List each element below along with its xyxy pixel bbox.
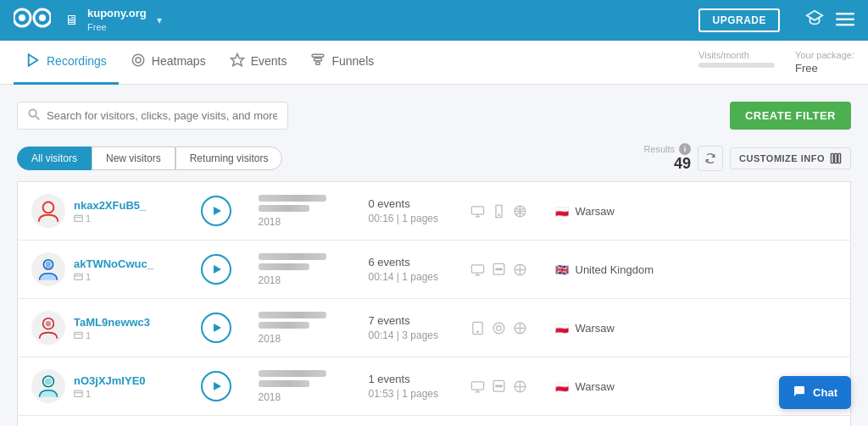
- customize-info-label: CUSTOMIZE INFO: [739, 153, 825, 163]
- location-cell: 🇵🇱 Warsaw: [542, 182, 851, 241]
- svg-marker-51: [214, 382, 221, 390]
- chat-label: Chat: [813, 386, 837, 399]
- visitor-name[interactable]: nkax2XFuB5_: [74, 199, 146, 212]
- svg-point-20: [43, 202, 54, 213]
- visits-info: Visits/month Your package: Free: [698, 50, 854, 75]
- recordings-label: Recordings: [47, 54, 107, 68]
- results-label: Results: [643, 144, 675, 154]
- avatar: [31, 369, 65, 403]
- table-row: adn_O0yaswEh 1: [18, 416, 851, 427]
- svg-point-40: [46, 321, 51, 326]
- events-cell: 7 events 00:14 | 3 pages: [355, 299, 457, 357]
- svg-point-49: [45, 378, 52, 385]
- date-cell: 2018: [245, 416, 355, 427]
- svg-rect-17: [831, 153, 833, 163]
- svg-point-10: [136, 58, 141, 63]
- tab-funnels[interactable]: Funnels: [298, 41, 386, 85]
- svg-point-26: [498, 214, 498, 215]
- svg-marker-42: [214, 324, 221, 332]
- device-icons-cell: [457, 416, 542, 427]
- package-label: Your package:: [795, 50, 854, 60]
- tab-events[interactable]: Events: [218, 41, 299, 85]
- visitor-sub: 1: [74, 272, 153, 282]
- flag-icon: 🇵🇱: [555, 205, 569, 218]
- visitor-sub: 1: [74, 213, 146, 224]
- avatar: [31, 194, 65, 228]
- visits-bar: [698, 63, 775, 68]
- visits-label: Visits/month: [698, 50, 775, 60]
- heatmaps-icon: [131, 53, 146, 70]
- table-row: nO3jXJmIYE0 1: [18, 357, 851, 416]
- date-blur-1: [259, 312, 326, 318]
- svg-rect-13: [314, 58, 322, 60]
- date-blur-1: [259, 195, 326, 202]
- visitor-name[interactable]: akTWNoCwuc_: [74, 257, 153, 270]
- location-cell: 🇵🇱 Warsaw: [542, 299, 851, 357]
- search-input[interactable]: [47, 109, 277, 122]
- filter-row: CREATE FILTER: [17, 102, 851, 130]
- location-cell: 🇵🇱 Krakow: [542, 416, 851, 427]
- customize-info-button[interactable]: CUSTOMIZE INFO: [730, 147, 851, 169]
- flag-icon: 🇵🇱: [555, 322, 569, 335]
- content-area: CREATE FILTER All visitors New visitors …: [0, 85, 868, 426]
- chat-button[interactable]: Chat: [779, 376, 851, 409]
- visitor-sub: 1: [74, 330, 150, 340]
- avatar: [31, 311, 65, 345]
- date-blur-1: [259, 370, 326, 377]
- device-icons-cell: [457, 182, 542, 241]
- date-blur-2: [259, 322, 309, 329]
- visitor-name[interactable]: nO3jXJmIYE0: [74, 374, 146, 387]
- results-info-icon: i: [679, 143, 691, 155]
- package-value: Free: [795, 62, 854, 75]
- play-button[interactable]: [201, 371, 231, 401]
- logo-eyes: [14, 7, 51, 35]
- heatmaps-label: Heatmaps: [152, 54, 206, 68]
- device-icons-cell: [457, 299, 542, 357]
- tab-heatmaps[interactable]: Heatmaps: [119, 41, 218, 85]
- events-cell: 7 events: [355, 416, 457, 427]
- returning-visitors-button[interactable]: Returning visitors: [175, 147, 283, 170]
- svg-point-3: [39, 14, 46, 21]
- date-cell: 2018: [245, 357, 355, 416]
- svg-rect-14: [316, 62, 320, 64]
- events-cell: 1 events 01:53 | 1 pages: [355, 357, 457, 416]
- svg-point-30: [46, 261, 51, 268]
- menu-icon[interactable]: [836, 11, 854, 30]
- svg-rect-12: [313, 54, 325, 57]
- nav-tabs: Recordings Heatmaps Events Funnels: [0, 41, 868, 85]
- header: 🖥 kupony.org Free ▾ UPGRADE: [0, 0, 868, 41]
- play-button[interactable]: [201, 196, 231, 226]
- events-label: Events: [251, 54, 287, 68]
- play-button[interactable]: [201, 254, 231, 285]
- svg-rect-33: [471, 264, 483, 272]
- play-button[interactable]: [201, 313, 231, 343]
- monitor-icon: 🖥: [64, 13, 78, 28]
- visitor-sub: 1: [74, 389, 146, 399]
- recordings-table: nkax2XFuB5_ 1: [17, 181, 851, 426]
- chat-icon: [793, 385, 806, 401]
- results-right: Results i 49 CUSTOMIZE INFO: [643, 143, 851, 173]
- site-info[interactable]: 🖥 kupony.org Free ▾: [64, 7, 162, 33]
- svg-marker-22: [214, 207, 221, 215]
- upgrade-button[interactable]: UPGRADE: [698, 8, 780, 32]
- logo: [14, 7, 51, 35]
- create-filter-button[interactable]: CREATE FILTER: [730, 102, 851, 130]
- search-box: [17, 102, 288, 130]
- table-row: akTWNoCwuc_ 1: [18, 241, 851, 299]
- visitor-name[interactable]: TaML9newwc3: [74, 316, 150, 329]
- all-visitors-button[interactable]: All visitors: [17, 147, 92, 170]
- tab-recordings[interactable]: Recordings: [14, 41, 119, 85]
- svg-rect-7: [836, 24, 854, 26]
- date-cell: 2018: [245, 182, 355, 241]
- svg-rect-23: [471, 206, 483, 213]
- site-name: kupony.org: [87, 7, 147, 21]
- location-cell: 🇬🇧 United Kingdom: [542, 241, 851, 299]
- funnels-icon: [310, 53, 326, 70]
- chevron-down-icon[interactable]: ▾: [157, 14, 162, 26]
- results-count: 49: [643, 155, 691, 173]
- graduation-icon[interactable]: [805, 9, 824, 32]
- new-visitors-button[interactable]: New visitors: [92, 147, 175, 170]
- refresh-button[interactable]: [698, 146, 723, 171]
- funnels-label: Funnels: [331, 54, 374, 68]
- table-row: nkax2XFuB5_ 1: [18, 182, 851, 241]
